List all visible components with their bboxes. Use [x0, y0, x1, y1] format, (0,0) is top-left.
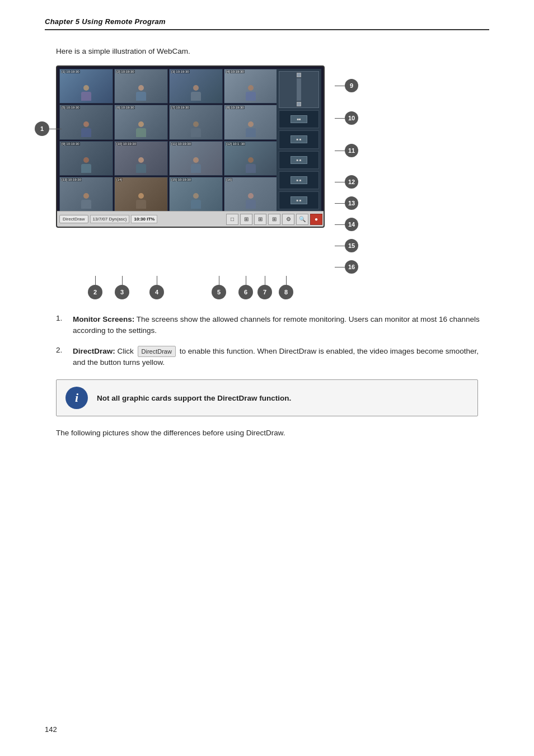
- callout-num-14: 14: [345, 218, 358, 231]
- video-timestamp-2: [2] 10:19:30: [116, 70, 135, 73]
- toolbar-date: 13/7/07 Dyn(asc): [90, 215, 130, 223]
- video-timestamp-12: [12] 10:1 :30: [226, 142, 245, 145]
- webcam-sidebar: ■■ ■ ■ ■ ■ ■ ■ ■ ■: [277, 69, 321, 212]
- video-cell: [12] 10:1 :30: [224, 141, 278, 176]
- directdraw-toolbar-label: DirectDraw: [59, 215, 88, 223]
- numbered-list: 1. Monitor Screens: The screens show the…: [56, 314, 489, 368]
- callout-row-13: 13: [335, 196, 358, 210]
- toolbar-single-icon[interactable]: □: [226, 214, 238, 225]
- right-callouts: 9 10 11 12 13 14: [335, 65, 358, 276]
- video-cell: [10] 10:19:30: [114, 141, 168, 176]
- video-cell: [5] 10:19:30: [59, 105, 113, 139]
- intro-text: Here is a simple illustration of WebCam.: [56, 47, 489, 55]
- video-cell: [14]: [114, 177, 168, 212]
- callout-num-13: 13: [345, 196, 358, 210]
- video-timestamp-5: [5] 10:19:30: [61, 106, 80, 109]
- video-timestamp-11: [11] 10:19:30: [171, 142, 191, 145]
- callout-num-6: 6: [238, 285, 253, 299]
- video-cell: [4] 10:19:30: [224, 69, 278, 104]
- video-cell: [13] 10:19:30: [59, 177, 113, 212]
- webcam-toolbar: DirectDraw 13/7/07 Dyn(asc) 10:30 IT% □ …: [57, 211, 325, 227]
- video-timestamp-7: [7] 10:19:30: [171, 106, 190, 109]
- info-icon: i: [65, 387, 88, 409]
- video-timestamp-8: [8] 10:19:30: [226, 106, 245, 109]
- page: Chapter 5 Using Remote Program Here is a…: [0, 0, 534, 756]
- callout-num-16: 16: [345, 260, 358, 274]
- video-timestamp-9: [9] 10:19:30: [61, 142, 80, 145]
- video-timestamp-13: [13] 10:19:30: [61, 178, 82, 181]
- video-grid: [1] 10:19:30 [2] 10:19:30 [3] 10:19:30 […: [59, 69, 278, 212]
- list-number-1: 1.: [56, 314, 73, 322]
- toolbar-record-icon[interactable]: ●: [310, 214, 322, 225]
- callout-num-1: 1: [35, 121, 49, 136]
- video-timestamp-3: [3] 10:19:30: [171, 70, 190, 73]
- callout-num-4: 4: [149, 285, 164, 299]
- video-cell: [11] 10:19:30: [169, 141, 223, 176]
- list-content-1: Monitor Screens: The screens show the al…: [73, 314, 489, 337]
- callout-num-8: 8: [279, 285, 293, 299]
- toolbar-search-icon[interactable]: 🔍: [296, 214, 308, 225]
- toolbar-sixteen-icon[interactable]: ⊞: [268, 214, 280, 225]
- list-label-2: DirectDraw:: [73, 347, 115, 355]
- info-box-text: Not all graphic cards support the Direct…: [97, 394, 291, 402]
- directdraw-inline-btn[interactable]: DirectDraw: [138, 346, 176, 358]
- callout-item-4: 4: [149, 276, 164, 299]
- video-timestamp-1: [1] 10:19:30: [61, 70, 80, 73]
- callout-item-2: 2: [88, 276, 102, 299]
- list-number-2: 2.: [56, 346, 73, 354]
- callout-row-16: 16: [335, 260, 358, 274]
- video-cell: [6] 10:19:30: [114, 105, 168, 139]
- callout-item-8: 8: [279, 276, 293, 299]
- callout-item-3: 3: [115, 276, 129, 299]
- video-cell: [2] 10:19:30: [114, 69, 168, 104]
- callout-row-10: 10: [335, 111, 358, 125]
- toolbar-time: 10:30 IT%: [131, 215, 157, 223]
- callout-num-5: 5: [212, 285, 226, 299]
- callout-row-12: 12: [335, 175, 358, 189]
- video-cell: [8] 10:19:30: [224, 105, 278, 139]
- callout-row-11: 11: [335, 144, 358, 157]
- callout-item-7: 7: [257, 276, 272, 299]
- video-cell: [7] 10:19:30: [169, 105, 223, 139]
- video-timestamp-15: [15] 10:19:30: [171, 178, 191, 181]
- info-box: i Not all graphic cards support the Dire…: [56, 379, 478, 416]
- callout-row-14: 14: [335, 218, 358, 231]
- bottom-callouts-row: 2 3 4 5 6 7 8: [56, 276, 336, 304]
- video-cell: [1] 10:19:30: [59, 69, 113, 104]
- toolbar-nine-icon[interactable]: ⊞: [254, 214, 266, 225]
- video-timestamp-14: [14]: [116, 178, 123, 181]
- page-number: 142: [45, 725, 57, 734]
- video-timestamp-4: [4] 10:19:30: [226, 70, 245, 73]
- callout-num-11: 11: [345, 144, 358, 157]
- toolbar-settings-icon[interactable]: ⚙: [282, 214, 294, 225]
- callout-row-9: 9: [335, 79, 358, 92]
- video-cell: [9] 10:19:30: [59, 141, 113, 176]
- callout-num-15: 15: [345, 239, 358, 252]
- video-cell: [3] 10:19:30: [169, 69, 223, 104]
- video-timestamp-6: [6] 10:19:30: [116, 106, 135, 109]
- list-content-2: DirectDraw: Click DirectDraw to enable t…: [73, 346, 489, 369]
- callout-num-12: 12: [345, 175, 358, 189]
- callout-num-10: 10: [345, 111, 358, 125]
- following-text: The following pictures show the differen…: [56, 428, 489, 439]
- callout-item-6: 6: [238, 276, 253, 299]
- callout-1-label: 1: [35, 121, 62, 136]
- video-timestamp-16: [16]: [226, 178, 232, 181]
- video-cell: [16]: [224, 177, 278, 212]
- callout-num-3: 3: [115, 285, 129, 299]
- callout-item-5: 5: [212, 276, 226, 299]
- callout-num-7: 7: [257, 285, 272, 299]
- list-label-1: Monitor Screens:: [73, 315, 134, 323]
- webcam-frame: [1] 10:19:30 [2] 10:19:30 [3] 10:19:30 […: [56, 65, 325, 228]
- callout-row-15: 15: [335, 239, 358, 252]
- callout-num-2: 2: [88, 285, 102, 299]
- callout-num-9: 9: [345, 79, 358, 92]
- list-item-1: 1. Monitor Screens: The screens show the…: [56, 314, 489, 337]
- list-item-2: 2. DirectDraw: Click DirectDraw to enabl…: [56, 346, 489, 369]
- video-timestamp-10: [10] 10:19:30: [116, 142, 137, 145]
- chapter-title: Chapter 5 Using Remote Program: [45, 17, 166, 26]
- chapter-header: Chapter 5 Using Remote Program: [45, 17, 489, 30]
- pre-btn-text: Click: [115, 347, 136, 355]
- toolbar-quad-icon[interactable]: ⊞: [240, 214, 252, 225]
- video-cell: [15] 10:19:30: [169, 177, 223, 212]
